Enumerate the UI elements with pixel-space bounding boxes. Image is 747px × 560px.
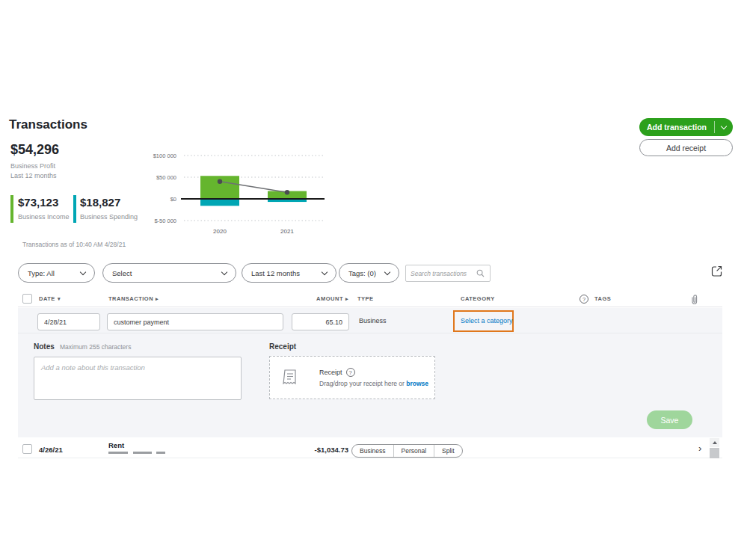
browse-link[interactable]: browse xyxy=(406,380,428,387)
business-profit-amount: $54,296 xyxy=(10,142,59,158)
business-income-amount: $73,123 xyxy=(18,196,58,209)
income-color-bar xyxy=(10,195,13,223)
account-select-label: Select xyxy=(112,269,132,277)
svg-text:$-50 000: $-50 000 xyxy=(154,218,176,224)
type-value: Business xyxy=(359,317,387,324)
paperclip-icon xyxy=(689,294,699,305)
receipt-title: Receipt xyxy=(319,369,342,376)
transaction-description-field[interactable] xyxy=(107,313,283,330)
transaction-secondary-clipped xyxy=(108,452,173,454)
column-header-type: TYPE xyxy=(357,295,374,302)
svg-text:2021: 2021 xyxy=(280,228,294,235)
row-transaction-name: Rent xyxy=(108,441,124,449)
receipt-section-label: Receipt xyxy=(269,342,296,351)
add-transaction-button[interactable]: Add transaction xyxy=(639,118,733,136)
account-select-dropdown[interactable]: Select xyxy=(102,263,236,283)
select-category-link[interactable]: Select a category xyxy=(461,317,513,324)
segment-personal[interactable]: Personal xyxy=(393,445,434,457)
receipt-help-icon[interactable]: ? xyxy=(346,368,355,377)
notes-textarea[interactable] xyxy=(34,357,242,400)
chevron-down-icon xyxy=(384,268,390,274)
profit-chart: $100 000$50 000$0$-50 00020202021 xyxy=(142,148,328,238)
date-range-label: Last 12 months xyxy=(251,269,300,277)
business-profit-label: Business Profit xyxy=(10,162,55,170)
column-header-amount[interactable]: AMOUNT▸ xyxy=(299,295,348,302)
export-icon[interactable] xyxy=(710,265,723,277)
segment-business[interactable]: Business xyxy=(352,445,393,457)
scrollbar-up-button[interactable] xyxy=(710,438,719,447)
notes-hint: Maximum 255 characters xyxy=(60,343,131,351)
row-checkbox[interactable] xyxy=(22,444,32,454)
notes-label: Notes xyxy=(34,342,55,351)
column-header-transaction[interactable]: TRANSACTION▸ xyxy=(108,295,159,302)
column-header-tags: TAGS xyxy=(594,295,611,302)
business-income-label: Business Income xyxy=(18,213,70,221)
date-range-dropdown[interactable]: Last 12 months xyxy=(242,263,336,283)
table-header-row: DATE▾ TRANSACTION▸ AMOUNT▸ TYPE CATEGORY… xyxy=(18,293,722,307)
row-amount: -$1,034.73 xyxy=(284,446,348,454)
sort-desc-icon: ▾ xyxy=(58,296,61,302)
transactions-page: Transactions Add transaction Add receipt… xyxy=(0,0,747,560)
receipt-icon xyxy=(282,369,298,387)
date-field[interactable] xyxy=(37,313,100,330)
scrollbar-thumb[interactable] xyxy=(710,448,719,458)
scrollbar xyxy=(710,438,719,462)
receipt-dropzone-text: Receipt ? Drag/drop your receipt here or… xyxy=(319,368,428,387)
business-spending-label: Business Spending xyxy=(80,213,138,221)
tags-filter-dropdown[interactable]: Tags: (0) xyxy=(339,263,399,283)
editor-divider xyxy=(18,333,722,333)
add-transaction-label: Add transaction xyxy=(639,123,714,132)
amount-field[interactable] xyxy=(292,313,349,330)
chevron-down-icon xyxy=(322,268,328,274)
search-icon xyxy=(476,269,485,277)
spending-color-bar xyxy=(73,195,76,223)
receipt-drag-text: Drag/drop your receipt here or xyxy=(319,380,405,387)
search-input[interactable] xyxy=(411,270,476,277)
add-transaction-dropdown[interactable] xyxy=(715,126,733,129)
save-button[interactable]: Save xyxy=(647,410,692,429)
column-header-category: CATEGORY xyxy=(461,295,495,302)
page-title: Transactions xyxy=(9,117,87,132)
type-filter-dropdown[interactable]: Type: All xyxy=(18,263,95,283)
chevron-down-icon xyxy=(221,268,227,274)
receipt-dropzone[interactable]: Receipt ? Drag/drop your receipt here or… xyxy=(269,356,435,399)
search-box xyxy=(405,265,491,282)
transactions-as-of-text: Transactions as of 10:40 AM 4/28/21 xyxy=(22,241,126,248)
tags-help-icon[interactable]: ? xyxy=(580,295,588,304)
tags-filter-label: Tags: (0) xyxy=(348,269,376,277)
svg-text:2020: 2020 xyxy=(213,228,227,235)
segment-split[interactable]: Split xyxy=(434,445,462,457)
row-date: 4/26/21 xyxy=(39,446,63,454)
type-filter-label: Type: All xyxy=(28,269,55,277)
sort-icon: ▸ xyxy=(156,296,159,302)
svg-text:$100 000: $100 000 xyxy=(153,153,176,159)
add-receipt-button[interactable]: Add receipt xyxy=(639,139,733,156)
svg-text:$0: $0 xyxy=(170,196,176,203)
sort-icon: ▸ xyxy=(345,296,348,302)
column-header-date[interactable]: DATE▾ xyxy=(39,295,61,302)
row-expand-chevron[interactable]: › xyxy=(698,443,701,454)
type-segmented-control: Business Personal Split xyxy=(351,444,463,458)
svg-text:$50 000: $50 000 xyxy=(156,174,176,181)
add-receipt-label: Add receipt xyxy=(666,144,706,153)
period-label: Last 12 months xyxy=(10,172,57,179)
select-all-checkbox[interactable] xyxy=(22,294,32,304)
business-spending-amount: $18,827 xyxy=(80,196,120,209)
chevron-down-icon xyxy=(721,123,727,129)
chevron-down-icon xyxy=(80,268,86,274)
up-arrow-icon xyxy=(713,441,717,444)
